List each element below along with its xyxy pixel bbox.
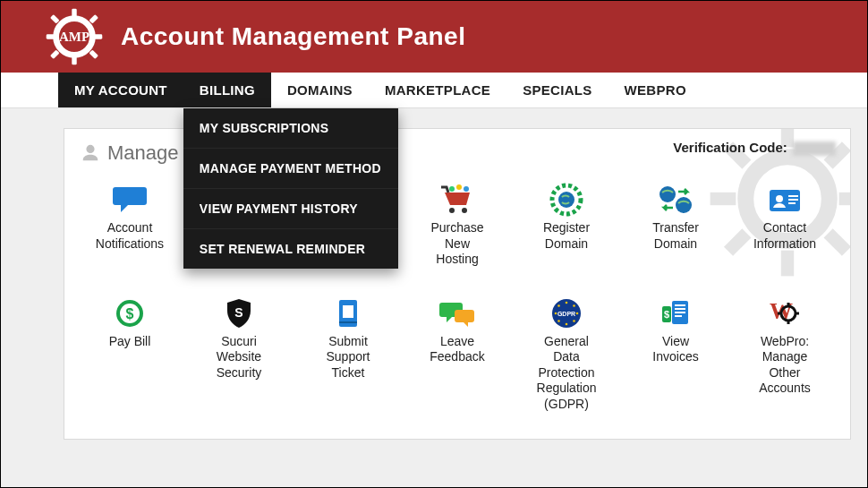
tile-label: GeneralDataProtectionRegulation(GDPR) bbox=[537, 334, 597, 413]
svg-point-26 bbox=[464, 186, 469, 192]
nav-label: DOMAINS bbox=[287, 82, 353, 98]
svg-rect-14 bbox=[839, 193, 851, 205]
svg-rect-42 bbox=[339, 321, 357, 323]
svg-rect-13 bbox=[711, 193, 736, 205]
svg-point-51 bbox=[573, 320, 575, 322]
nav-label: MY ACCOUNT bbox=[74, 82, 167, 98]
svg-rect-41 bbox=[343, 305, 353, 318]
verification-code: Verification Code: bbox=[673, 140, 836, 156]
main-nav: MY ACCOUNTBILLINGMY SUBSCRIPTIONSMANAGE … bbox=[1, 73, 867, 108]
svg-text:S: S bbox=[234, 305, 243, 320]
svg-rect-56 bbox=[675, 312, 685, 313]
verification-label: Verification Code: bbox=[673, 140, 787, 155]
app-title: Account Management Panel bbox=[121, 22, 465, 51]
tile-label: TransferDomain bbox=[652, 220, 699, 252]
svg-rect-63 bbox=[787, 320, 790, 324]
svg-rect-65 bbox=[795, 312, 799, 314]
svg-rect-4 bbox=[94, 34, 103, 39]
person-icon bbox=[81, 143, 100, 163]
svg-point-50 bbox=[557, 320, 560, 322]
svg-point-24 bbox=[449, 186, 455, 192]
svg-rect-6 bbox=[89, 14, 98, 24]
app-header: AMP Account Management Panel bbox=[1, 1, 867, 73]
tile-register-domain[interactable]: RegisterDomain bbox=[512, 177, 621, 268]
tiles-row-2: $Pay BillSSucuriWebsiteSecuritySubmitSup… bbox=[64, 291, 850, 413]
invoice-icon: $ bbox=[654, 296, 697, 330]
svg-text:AMP: AMP bbox=[59, 30, 89, 44]
tile-label: AccountNotifications bbox=[96, 220, 164, 252]
bubbles-icon bbox=[436, 296, 479, 330]
shield-icon: S bbox=[217, 296, 260, 330]
tile-pay-bill[interactable]: $Pay Bill bbox=[75, 291, 184, 413]
tile-label: RegisterDomain bbox=[543, 220, 590, 252]
nav-my-account[interactable]: MY ACCOUNT bbox=[58, 73, 183, 107]
chat-blue-icon bbox=[108, 183, 151, 217]
tile-label: SucuriWebsiteSecurity bbox=[217, 334, 262, 381]
tile-label: SubmitSupportTicket bbox=[326, 334, 370, 381]
billing-menu-item[interactable]: MANAGE PAYMENT METHOD bbox=[183, 148, 398, 188]
svg-rect-7 bbox=[50, 49, 60, 59]
page-content: Manage My Account Verification Code: Acc… bbox=[1, 108, 867, 488]
svg-text:GDPR: GDPR bbox=[557, 311, 575, 317]
svg-point-44 bbox=[566, 301, 568, 304]
globe-swap-icon bbox=[654, 183, 697, 217]
svg-rect-57 bbox=[675, 315, 682, 317]
tile-account-notifications[interactable]: AccountNotifications bbox=[75, 177, 184, 268]
svg-rect-18 bbox=[824, 228, 851, 256]
gdpr-icon: GDPR bbox=[545, 296, 588, 330]
svg-point-23 bbox=[462, 208, 467, 213]
tile-label: WebPro:ManageOtherAccounts bbox=[759, 334, 811, 397]
nav-label: WEBPRO bbox=[625, 82, 686, 98]
billing-menu-item[interactable]: SET RENEWAL REMINDER bbox=[183, 228, 398, 269]
tile-gdpr[interactable]: GDPRGeneralDataProtectionRegulation(GDPR… bbox=[512, 291, 621, 413]
svg-rect-3 bbox=[47, 34, 55, 39]
dollar-icon: $ bbox=[108, 296, 151, 330]
tile-label: Pay Bill bbox=[109, 334, 151, 350]
svg-point-48 bbox=[557, 304, 560, 307]
svg-point-45 bbox=[566, 322, 568, 325]
svg-rect-54 bbox=[675, 304, 685, 306]
nav-billing[interactable]: BILLINGMY SUBSCRIPTIONSMANAGE PAYMENT ME… bbox=[183, 73, 271, 107]
svg-rect-5 bbox=[50, 14, 60, 24]
nav-marketplace[interactable]: MARKETPLACE bbox=[369, 73, 506, 107]
billing-menu-item[interactable]: VIEW PAYMENT HISTORY bbox=[183, 188, 398, 228]
w-gear-icon: W bbox=[763, 296, 806, 330]
tile-label: LeaveFeedback bbox=[430, 334, 484, 365]
nav-domains[interactable]: DOMAINS bbox=[271, 73, 369, 107]
svg-rect-2 bbox=[72, 56, 76, 65]
svg-rect-12 bbox=[781, 251, 794, 277]
svg-rect-8 bbox=[89, 49, 98, 59]
cart-icon bbox=[436, 183, 479, 217]
svg-point-22 bbox=[449, 208, 455, 213]
svg-text:$: $ bbox=[126, 306, 134, 321]
amp-logo: AMP bbox=[44, 6, 105, 67]
tile-submit-ticket[interactable]: SubmitSupportTicket bbox=[294, 291, 403, 413]
svg-rect-17 bbox=[724, 228, 752, 256]
svg-point-28 bbox=[558, 192, 574, 208]
tile-label: ViewInvoices bbox=[652, 334, 698, 365]
verification-value-obscured bbox=[793, 141, 836, 156]
nav-label: BILLING bbox=[200, 82, 255, 98]
svg-text:$: $ bbox=[664, 309, 669, 320]
svg-point-10 bbox=[745, 157, 830, 241]
nav-specials[interactable]: SPECIALS bbox=[506, 73, 608, 107]
billing-dropdown: MY SUBSCRIPTIONSMANAGE PAYMENT METHODVIE… bbox=[183, 108, 398, 269]
svg-rect-1 bbox=[72, 9, 76, 18]
svg-point-47 bbox=[576, 312, 579, 314]
billing-menu-item[interactable]: MY SUBSCRIPTIONS bbox=[183, 108, 398, 148]
tile-view-invoices[interactable]: $ViewInvoices bbox=[621, 291, 730, 413]
svg-point-25 bbox=[456, 184, 462, 190]
tile-leave-feedback[interactable]: LeaveFeedback bbox=[403, 291, 512, 413]
svg-point-30 bbox=[676, 197, 692, 213]
svg-point-29 bbox=[660, 186, 676, 202]
nav-webpro[interactable]: WEBPRO bbox=[608, 73, 702, 107]
nav-label: SPECIALS bbox=[523, 82, 591, 98]
svg-point-49 bbox=[573, 304, 575, 307]
tile-purchase-new-hosting[interactable]: PurchaseNewHosting bbox=[403, 177, 512, 268]
tile-label: PurchaseNewHosting bbox=[430, 220, 483, 268]
svg-rect-62 bbox=[787, 303, 790, 307]
nav-label: MARKETPLACE bbox=[385, 82, 490, 98]
svg-rect-64 bbox=[778, 312, 782, 314]
tile-webpro-manage[interactable]: WWebPro:ManageOtherAccounts bbox=[730, 291, 839, 413]
tile-sucuri-security[interactable]: SSucuriWebsiteSecurity bbox=[184, 291, 294, 413]
